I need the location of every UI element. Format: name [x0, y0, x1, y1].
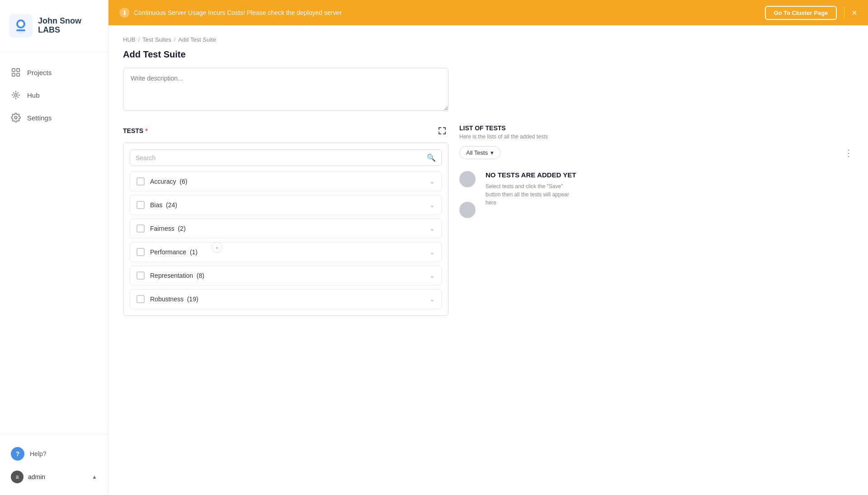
category-checkbox-accuracy[interactable] [137, 177, 145, 186]
sidebar-bottom: ? Help? a admin ▲ [0, 434, 108, 495]
category-row-bias[interactable]: Bias (24) ⌄ [130, 195, 442, 215]
category-checkbox-robustness[interactable] [137, 295, 145, 303]
tests-label: TESTS * [123, 127, 148, 134]
categories-list: Accuracy (6) ⌄ Bias (24) ⌄ Fairness (2) … [130, 171, 442, 309]
svg-point-2 [18, 21, 24, 27]
description-textarea[interactable] [123, 68, 448, 111]
page-title: Add Test Suite [123, 49, 854, 60]
banner-message: Continuous Server Usage Incurs Costs! Pl… [134, 9, 342, 16]
category-row-performance[interactable]: Performance (1) ⌄ [130, 242, 442, 262]
all-tests-dropdown[interactable]: All Tests ▾ [459, 146, 500, 159]
placeholder-item-1 [459, 167, 481, 192]
category-chevron-bias: ⌄ [429, 201, 435, 209]
jsl-logo-icon [9, 14, 33, 38]
two-col-layout: TESTS * 🔍 [123, 124, 854, 316]
search-icon: 🔍 [427, 153, 436, 162]
category-chevron-accuracy: ⌄ [429, 178, 435, 185]
logo-text: John Snow LABS [38, 17, 81, 35]
category-checkbox-fairness[interactable] [137, 224, 145, 233]
avatar: a [11, 471, 24, 483]
lot-title: LIST OF TESTS [459, 124, 854, 132]
category-row-representation[interactable]: Representation (8) ⌄ [130, 266, 442, 286]
logo-line1: John Snow [38, 17, 81, 26]
tests-box: 🔍 Accuracy (6) ⌄ Bias (24) ⌄ Fairness (2… [123, 143, 448, 316]
sidebar-item-projects[interactable]: Projects [0, 61, 108, 84]
tests-section: TESTS * 🔍 [123, 124, 448, 316]
required-star: * [145, 127, 147, 134]
breadcrumb: HUB / Test Suites / Add Test Suite [123, 36, 854, 43]
svg-rect-4 [18, 32, 24, 33]
placeholder-item-2 [459, 197, 481, 223]
breadcrumb-hub[interactable]: HUB [123, 36, 135, 43]
lot-toolbar: All Tests ▾ ⋮ [459, 146, 854, 159]
category-name-accuracy: Accuracy (6) [150, 178, 429, 185]
category-chevron-representation: ⌄ [429, 272, 435, 279]
no-tests-desc: Select tests and click the "Save" button… [486, 182, 576, 207]
category-row-fairness[interactable]: Fairness (2) ⌄ [130, 219, 442, 238]
admin-left: a admin [11, 471, 45, 483]
projects-label: Projects [27, 69, 52, 76]
placeholder-items [459, 167, 481, 223]
admin-row[interactable]: a admin ▲ [0, 466, 108, 488]
dropdown-chevron-icon: ▾ [491, 149, 494, 156]
top-banner: ℹ Continuous Server Usage Incurs Costs! … [108, 0, 868, 25]
category-row-accuracy[interactable]: Accuracy (6) ⌄ [130, 171, 442, 191]
placeholder-area: NO TESTS ARE ADDED YET Select tests and … [459, 167, 854, 223]
no-tests-message: NO TESTS ARE ADDED YET Select tests and … [481, 167, 576, 207]
sidebar-item-hub[interactable]: Hub [0, 84, 108, 106]
help-icon: ? [11, 447, 24, 461]
sidebar-toggle-button[interactable]: ‹ [212, 242, 222, 253]
sidebar: John Snow LABS Projects Hub [0, 0, 108, 495]
lot-subtitle: Here is the lists of all the added tests [459, 133, 854, 140]
logo-container: John Snow LABS [0, 0, 108, 52]
admin-initial: a [16, 474, 19, 480]
expand-icon[interactable] [436, 124, 448, 137]
banner-info-icon: ℹ [119, 8, 129, 18]
category-chevron-fairness: ⌄ [429, 225, 435, 232]
placeholder-circle-2 [459, 202, 476, 218]
hub-icon [11, 90, 21, 100]
three-dots-menu[interactable]: ⋮ [844, 148, 854, 158]
projects-icon [11, 67, 21, 77]
chevron-up-icon: ▲ [92, 474, 97, 480]
breadcrumb-sep1: / [138, 36, 140, 43]
all-tests-label: All Tests [466, 149, 488, 156]
breadcrumb-test-suites[interactable]: Test Suites [142, 36, 171, 43]
category-checkbox-representation[interactable] [137, 271, 145, 280]
banner-message-area: ℹ Continuous Server Usage Incurs Costs! … [119, 8, 342, 18]
breadcrumb-current: Add Test Suite [178, 36, 216, 43]
sidebar-nav: Projects Hub Settings [0, 52, 108, 434]
category-checkbox-performance[interactable] [137, 248, 145, 256]
category-name-performance: Performance (1) [150, 248, 429, 256]
svg-rect-6 [17, 69, 19, 71]
cluster-page-button[interactable]: Go To Cluster Page [765, 6, 837, 20]
main-area: ℹ Continuous Server Usage Incurs Costs! … [108, 0, 868, 495]
svg-rect-3 [16, 29, 25, 31]
svg-point-9 [14, 94, 17, 96]
sidebar-item-settings[interactable]: Settings [0, 106, 108, 129]
placeholder-circle-1 [459, 171, 476, 187]
page-content: HUB / Test Suites / Add Test Suite Add T… [108, 25, 868, 495]
logo-line2: LABS [38, 25, 81, 35]
category-name-bias: Bias (24) [150, 201, 429, 209]
banner-close-button[interactable]: × [852, 8, 857, 17]
category-checkbox-bias[interactable] [137, 201, 145, 209]
list-of-tests-panel: LIST OF TESTS Here is the lists of all t… [459, 124, 854, 223]
category-name-robustness: Robustness (19) [150, 295, 429, 303]
no-tests-title: NO TESTS ARE ADDED YET [486, 171, 576, 179]
admin-name: admin [28, 473, 45, 481]
banner-right: Go To Cluster Page × [765, 6, 857, 20]
category-chevron-robustness: ⌄ [429, 295, 435, 303]
banner-divider [844, 6, 844, 19]
category-name-fairness: Fairness (2) [150, 225, 429, 232]
breadcrumb-sep2: / [174, 36, 176, 43]
category-name-representation: Representation (8) [150, 272, 429, 279]
svg-point-10 [14, 116, 17, 119]
help-button[interactable]: ? Help? [0, 442, 108, 466]
search-input[interactable] [136, 154, 423, 162]
search-bar: 🔍 [130, 149, 442, 166]
svg-rect-5 [12, 69, 15, 71]
settings-icon [11, 113, 21, 123]
svg-rect-8 [17, 73, 19, 76]
category-row-robustness[interactable]: Robustness (19) ⌄ [130, 289, 442, 309]
